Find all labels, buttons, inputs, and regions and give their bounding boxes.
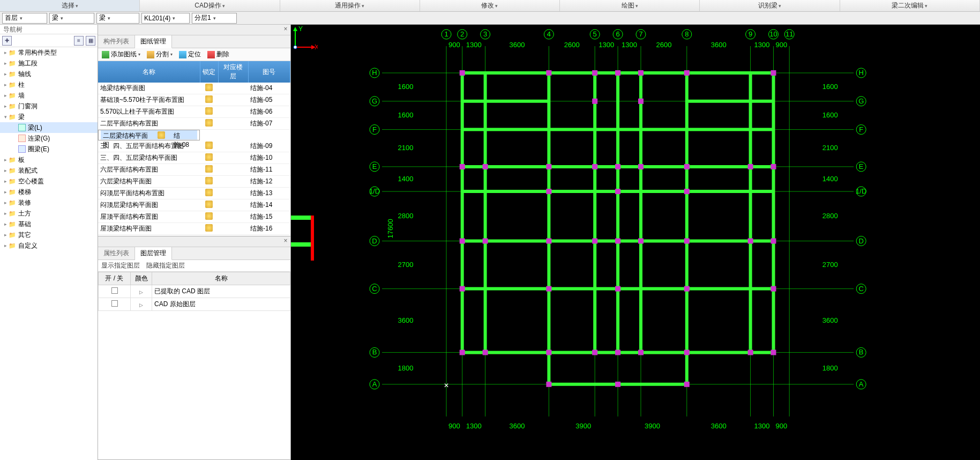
close-icon[interactable]: × (282, 26, 289, 33)
cell-lock[interactable] (200, 164, 218, 176)
nav-group[interactable]: ▸墙 (0, 90, 98, 101)
col-floor[interactable]: 对应楼层 (218, 61, 248, 83)
tab-drawing-manage[interactable]: 图纸管理 (135, 35, 172, 48)
nav-group[interactable]: ▸装修 (0, 197, 98, 208)
col-layer-name[interactable]: 名称 (152, 272, 290, 285)
locate-button[interactable]: 定位 (177, 49, 203, 60)
drawing-row[interactable]: 基础顶~5.570柱子平面布置图结施-05 (98, 94, 290, 106)
drawing-row[interactable]: 三、四、五层平面结构布置图结施-09 (98, 140, 290, 152)
nav-group[interactable]: ▸施工段 (0, 58, 98, 69)
cell-floor (167, 130, 171, 140)
nav-sub-item[interactable]: 连梁(G) (0, 133, 98, 144)
col-onoff[interactable]: 开 / 关 (99, 272, 131, 285)
viewport[interactable]: 1290031300436005260061300713008260093600… (291, 25, 980, 460)
svg-text:1600: 1600 (822, 83, 838, 91)
ribbon: 选择▾ CAD操作▾ 通用操作▾ 修改▾ 绘图▾ 识别梁▾ 梁二次编辑▾ (0, 0, 980, 12)
checkbox-icon[interactable] (111, 300, 118, 307)
cell-lock[interactable] (155, 130, 167, 140)
nav-group[interactable]: ▸楼梯 (0, 187, 98, 197)
cell-lock[interactable] (200, 199, 218, 211)
ribbon-general[interactable]: 通用操作▾ (280, 0, 420, 11)
ribbon-recognize-beam[interactable]: 识别梁▾ (700, 0, 840, 11)
cell-onoff[interactable] (99, 285, 131, 298)
cell-lock[interactable] (200, 118, 218, 130)
drawing-row[interactable]: 闷顶层梁结构平面图结施-14 (98, 199, 290, 211)
ribbon-modify[interactable]: 修改▾ (420, 0, 560, 11)
cell-lock[interactable] (200, 152, 218, 164)
drawing-row[interactable]: 三、四、五层梁结构平面图结施-10 (98, 152, 290, 164)
ribbon-select[interactable]: 选择▾ (0, 0, 140, 11)
drawing-row[interactable]: 屋顶梁结构平面图结施-16 (98, 223, 290, 235)
nav-group[interactable]: ▸轴线 (0, 69, 98, 79)
list-view-icon[interactable]: ≡ (74, 36, 84, 46)
cell-lock[interactable] (200, 83, 218, 94)
split-button[interactable]: 分割▾ (145, 49, 174, 60)
cell-lock[interactable] (200, 106, 218, 118)
type-select[interactable]: 梁▾ (96, 13, 139, 24)
show-layer-button[interactable]: 显示指定图层 (101, 261, 140, 270)
nav-group[interactable]: ▸自定义 (0, 240, 98, 251)
nav-group[interactable]: ▸柱 (0, 79, 98, 90)
grid-view-icon[interactable]: ▦ (86, 36, 95, 46)
drawing-row[interactable]: 六层平面结构布置图结施-11 (98, 164, 290, 176)
ribbon-draw[interactable]: 绘图▾ (560, 0, 700, 11)
drawing-row[interactable]: 21#22#23建筑 (98, 235, 290, 236)
drawing-row[interactable]: 5.570以上柱子平面布置图结施-06 (98, 106, 290, 118)
hide-layer-button[interactable]: 隐藏指定图层 (146, 261, 185, 270)
cell-lock[interactable] (200, 176, 218, 188)
delete-button[interactable]: 删除 (206, 49, 231, 60)
component-select[interactable]: KL201(4)▾ (141, 13, 190, 24)
cell-lock[interactable] (200, 188, 218, 199)
col-name[interactable]: 名称 (98, 61, 200, 83)
col-color[interactable]: 颜色 (131, 272, 152, 285)
nav-group[interactable]: ▾梁 (0, 112, 98, 122)
drawing-panel: × 构件列表 图纸管理 添加图纸▾ 分割▾ 定位 删除 名称 锁定 对应楼层 图… (98, 25, 290, 236)
cell-onoff[interactable] (99, 298, 131, 311)
floor-select[interactable]: 首层▾ (2, 13, 47, 24)
col-lock[interactable]: 锁定 (200, 61, 218, 83)
tab-component-list[interactable]: 构件列表 (98, 35, 135, 48)
tab-property-list[interactable]: 属性列表 (98, 247, 135, 259)
layer-row[interactable]: ▷已提取的 CAD 图层 (99, 285, 290, 298)
nav-group[interactable]: ▸常用构件类型 (0, 47, 98, 58)
nav-group[interactable]: ▸基础 (0, 219, 98, 229)
nav-group[interactable]: ▸其它 (0, 229, 98, 240)
nav-group[interactable]: ▸板 (0, 154, 98, 165)
cell-lock[interactable] (200, 140, 218, 152)
nav-group[interactable]: ▸空心楼盖 (0, 176, 98, 187)
layer-row[interactable]: ▷CAD 原始图层 (99, 298, 290, 311)
nav-group[interactable]: ▸土方 (0, 208, 98, 219)
expand-tool-icon[interactable]: ✚ (2, 36, 12, 46)
layer-table: 开 / 关 颜色 名称 ▷已提取的 CAD 图层▷CAD 原始图层 (98, 272, 290, 311)
ribbon-beam-edit[interactable]: 梁二次编辑▾ (840, 0, 980, 11)
cell-lock[interactable] (200, 211, 218, 223)
cell-expand[interactable]: ▷ (131, 298, 152, 311)
checkbox-icon[interactable] (111, 287, 118, 294)
cell-lock[interactable] (200, 235, 218, 236)
drawing-row[interactable]: 地梁结构平面图结施-04 (98, 83, 290, 94)
nav-group[interactable]: ▸装配式 (0, 165, 98, 176)
cell-expand[interactable]: ▷ (131, 285, 152, 298)
cell-lock[interactable] (200, 94, 218, 106)
expand-icon: ▸ (2, 71, 9, 77)
nav-sub-item[interactable]: 梁(L) (0, 122, 98, 133)
nav-label: 门窗洞 (18, 102, 38, 111)
tab-layer-manage[interactable]: 图层管理 (135, 247, 172, 260)
cell-lock[interactable] (200, 223, 218, 235)
category-select[interactable]: 梁▾ (49, 13, 94, 24)
nav-sub-item[interactable]: 圈梁(E) (0, 144, 98, 154)
drawing-row[interactable]: 闷顶层平面结构布置图结施-13 (98, 188, 290, 199)
drawing-row[interactable]: 二层梁结构平面图结施-08 (98, 130, 200, 140)
ribbon-cad[interactable]: CAD操作▾ (140, 0, 280, 11)
svg-rect-174 (615, 350, 620, 355)
close-icon[interactable]: × (282, 238, 289, 245)
add-drawing-button[interactable]: 添加图纸▾ (100, 49, 142, 60)
layer-select[interactable]: 分层1▾ (192, 13, 237, 24)
cell-name: 21#22#23建筑 (98, 235, 200, 236)
drawing-row[interactable]: 屋顶平面结构布置图结施-15 (98, 211, 290, 223)
drawing-row[interactable]: 六层梁结构平面图结施-12 (98, 176, 290, 188)
nav-group[interactable]: ▸门窗洞 (0, 101, 98, 112)
col-code[interactable]: 图号 (248, 61, 290, 83)
svg-text:10: 10 (769, 30, 777, 38)
drawing-row[interactable]: 二层平面结构布置图结施-07 (98, 118, 290, 130)
